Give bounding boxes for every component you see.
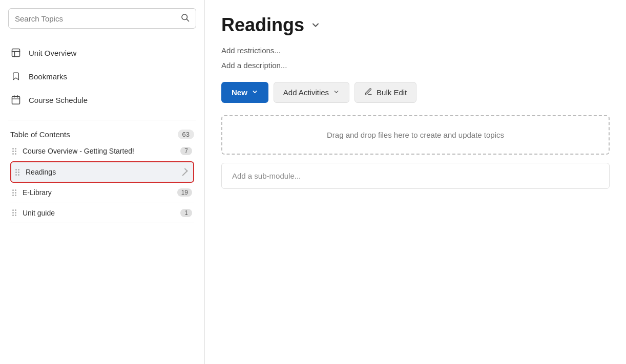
drag-handle-readings-icon xyxy=(15,169,19,176)
new-button-chevron-icon xyxy=(252,88,258,97)
toc-item-readings[interactable]: Readings xyxy=(10,161,194,183)
sidebar-item-unit-overview-label: Unit Overview xyxy=(29,49,76,57)
search-icon xyxy=(180,13,190,24)
add-activities-label: Add Activities xyxy=(283,88,329,97)
toc-label: Table of Contents xyxy=(10,130,70,139)
toc-header: Table of Contents 63 xyxy=(10,130,194,139)
toc-item-e-library-label: E-Library xyxy=(23,188,171,197)
toc-item-unit-guide-label: Unit guide xyxy=(23,208,174,218)
bulk-edit-label: Bulk Edit xyxy=(377,88,407,97)
drop-zone[interactable]: Drag and drop files here to create and u… xyxy=(221,115,610,155)
bulk-edit-button[interactable]: Bulk Edit xyxy=(354,82,416,103)
sub-module-label: Add a sub-module... xyxy=(232,172,301,180)
add-description-link[interactable]: Add a description... xyxy=(221,61,610,70)
sidebar-item-course-schedule[interactable]: Course Schedule xyxy=(0,88,204,112)
toc-item-course-overview[interactable]: Course Overview - Getting Started! 7 xyxy=(10,141,194,161)
add-activities-button[interactable]: Add Activities xyxy=(274,82,349,103)
page-title-row: Readings xyxy=(221,14,610,36)
main-content: Readings Add restrictions... Add a descr… xyxy=(205,0,626,364)
search-box[interactable] xyxy=(8,8,196,29)
divider xyxy=(8,120,196,120)
toc-items: Course Overview - Getting Started! 7 Rea… xyxy=(10,141,194,223)
toc-item-unit-guide[interactable]: Unit guide 1 xyxy=(10,203,194,223)
toc-item-e-library[interactable]: E-Library 19 xyxy=(10,183,194,203)
search-input[interactable] xyxy=(15,14,180,23)
toc-section: Table of Contents 63 Course Overview - G… xyxy=(0,124,204,228)
svg-rect-5 xyxy=(12,96,20,104)
sidebar: Unit Overview Bookmarks Course Schedu xyxy=(0,0,205,364)
toc-count-badge: 63 xyxy=(178,130,194,139)
course-schedule-icon xyxy=(10,94,22,105)
toc-item-unit-guide-badge: 1 xyxy=(180,209,192,217)
svg-rect-2 xyxy=(12,49,20,57)
drag-handle-icon xyxy=(12,148,16,155)
svg-line-1 xyxy=(186,19,189,21)
drop-zone-text: Drag and drop files here to create and u… xyxy=(327,131,504,139)
sidebar-item-course-schedule-label: Course Schedule xyxy=(29,96,88,104)
drag-handle-elibrary-icon xyxy=(12,189,16,196)
bulk-edit-icon xyxy=(364,88,372,97)
search-wrapper xyxy=(0,8,204,37)
sidebar-item-bookmarks[interactable]: Bookmarks xyxy=(0,65,204,88)
new-button[interactable]: New xyxy=(221,82,268,103)
nav-items: Unit Overview Bookmarks Course Schedu xyxy=(0,37,204,116)
bookmarks-icon xyxy=(10,71,22,82)
unit-overview-icon xyxy=(10,47,22,58)
add-sub-module-box[interactable]: Add a sub-module... xyxy=(221,163,610,189)
toc-item-course-overview-label: Course Overview - Getting Started! xyxy=(23,146,174,156)
toc-item-readings-label: Readings xyxy=(26,167,176,177)
drag-handle-unitguide-icon xyxy=(12,209,16,216)
new-button-label: New xyxy=(232,88,247,97)
chevron-right-icon xyxy=(180,168,188,177)
toc-item-e-library-badge: 19 xyxy=(177,188,192,197)
sidebar-item-unit-overview[interactable]: Unit Overview xyxy=(0,41,204,65)
add-restrictions-link[interactable]: Add restrictions... xyxy=(221,46,610,55)
action-buttons: New Add Activities Bulk Ed xyxy=(221,82,610,103)
page-title: Readings xyxy=(221,14,304,36)
title-dropdown-chevron-icon[interactable] xyxy=(310,20,321,30)
toc-item-course-overview-badge: 7 xyxy=(180,147,192,155)
sidebar-item-bookmarks-label: Bookmarks xyxy=(29,72,67,81)
add-activities-chevron-icon xyxy=(333,88,340,97)
